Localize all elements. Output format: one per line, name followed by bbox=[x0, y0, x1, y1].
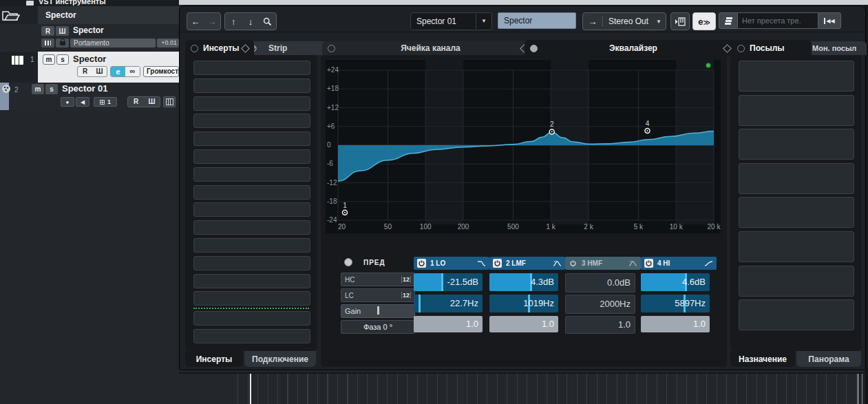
band-q-field[interactable]: 1.0 bbox=[489, 316, 558, 332]
send-slot[interactable] bbox=[739, 266, 854, 297]
tab-inserts-bottom[interactable]: Инсерты bbox=[185, 351, 243, 367]
tab-routing[interactable]: Подключение bbox=[244, 351, 316, 367]
freq-handle[interactable] bbox=[419, 295, 421, 312]
automation-write-button[interactable]: Ш bbox=[56, 26, 69, 36]
equalizer-preset-diamond-icon[interactable] bbox=[723, 44, 732, 53]
track-row-spector01[interactable]: 2 m s Spector 01 ● ◀ 1 R Ш bbox=[0, 83, 179, 110]
band-q-field[interactable]: 1.0 bbox=[414, 316, 483, 332]
send-slot[interactable] bbox=[739, 197, 854, 228]
send-slot[interactable] bbox=[739, 299, 854, 330]
output-routing-dropdown[interactable]: ▼ bbox=[652, 19, 666, 25]
band-gain-field[interactable]: 0.0dB bbox=[565, 273, 635, 293]
track2-write-button[interactable]: Ш bbox=[144, 97, 160, 107]
track2-grid-button[interactable]: 1 bbox=[94, 97, 117, 107]
insert-slot[interactable] bbox=[193, 291, 310, 306]
insert-slot[interactable] bbox=[193, 238, 310, 253]
track1-stereo-icon[interactable]: ∞ bbox=[125, 67, 140, 76]
track1-mute-button[interactable]: m bbox=[43, 54, 55, 65]
insert-slot[interactable] bbox=[193, 202, 310, 217]
lock-icon[interactable] bbox=[56, 39, 69, 47]
band-power-button[interactable] bbox=[644, 259, 653, 268]
insert-slot[interactable] bbox=[193, 149, 310, 164]
folder-track-row[interactable]: Spector bbox=[0, 6, 179, 24]
band-freq-field[interactable]: 1019Hz bbox=[489, 295, 558, 312]
send-slot[interactable] bbox=[739, 163, 854, 194]
tab-channel-strip[interactable]: Ячейка канала bbox=[322, 41, 533, 55]
automation-value-field[interactable]: +0.01 bbox=[157, 39, 179, 47]
pre-led-button[interactable] bbox=[344, 258, 352, 266]
playhead-cursor[interactable] bbox=[250, 374, 251, 404]
track-row-spector[interactable]: 1 m s Spector R Ш e ∞ Громкост bbox=[0, 52, 179, 83]
lc-filter-field[interactable]: LC 12 bbox=[341, 288, 415, 302]
preset-layers-button[interactable] bbox=[719, 12, 738, 29]
output-routing-combo[interactable]: → Stereo Out ▼ bbox=[582, 12, 666, 30]
insert-slot[interactable] bbox=[193, 114, 310, 128]
insert-slot[interactable] bbox=[193, 329, 310, 343]
automation-read-button[interactable]: R bbox=[41, 26, 54, 36]
channel-name-input[interactable] bbox=[498, 12, 576, 29]
inserts-preset-diamond-icon[interactable] bbox=[241, 44, 250, 53]
band-power-button[interactable] bbox=[417, 259, 426, 268]
band-type-icon[interactable] bbox=[477, 259, 486, 267]
lc-slope-icon[interactable]: 12 bbox=[401, 292, 411, 299]
tab-direct-routing[interactable]: Назначение bbox=[730, 351, 795, 367]
insert-slot[interactable] bbox=[193, 96, 310, 111]
pre-gain-handle[interactable] bbox=[377, 306, 379, 315]
tab-equalizer[interactable]: Эквалайзер bbox=[525, 40, 736, 56]
track1-edit-channel-button[interactable]: e bbox=[111, 67, 125, 76]
band-type-icon[interactable] bbox=[628, 259, 637, 267]
track2-channel-icon-button[interactable] bbox=[163, 96, 176, 107]
band-q-field[interactable]: 1.0 bbox=[641, 316, 710, 332]
insert-slot[interactable] bbox=[193, 274, 310, 288]
locator-line-2[interactable] bbox=[862, 374, 862, 404]
band-power-button[interactable] bbox=[569, 259, 578, 268]
tab-inserts[interactable]: Инсерты bbox=[185, 40, 254, 56]
band-power-button[interactable] bbox=[493, 259, 502, 268]
insert-slot[interactable] bbox=[193, 311, 310, 326]
tab-sends[interactable]: Посылы bbox=[732, 40, 812, 56]
insert-slot[interactable] bbox=[193, 185, 310, 200]
band-gain-field[interactable]: 4.3dB bbox=[489, 273, 558, 291]
locator-line[interactable] bbox=[858, 374, 858, 404]
send-slot[interactable] bbox=[739, 129, 854, 160]
insert-slot[interactable] bbox=[193, 167, 310, 182]
gain-handle[interactable] bbox=[441, 273, 443, 291]
insert-slot[interactable] bbox=[193, 256, 310, 270]
vst-instruments-header[interactable]: VST инструменты bbox=[0, 0, 179, 6]
track2-read-button[interactable]: R bbox=[128, 97, 144, 107]
edit-output-chain-button[interactable]: e≫ bbox=[692, 12, 716, 30]
insert-slot[interactable] bbox=[193, 220, 310, 235]
channel-selector-dropdown[interactable]: ▼ bbox=[476, 14, 491, 29]
show-instrument-button[interactable] bbox=[670, 12, 690, 30]
band-type-icon[interactable] bbox=[704, 259, 713, 267]
band-freq-field[interactable]: 22.7Hz bbox=[414, 295, 483, 312]
band-q-field[interactable]: 1.0 bbox=[565, 316, 635, 334]
phase-button[interactable]: Фаза 0 ° bbox=[341, 320, 415, 334]
track2-record-button[interactable]: ● bbox=[61, 97, 74, 107]
band-gain-field[interactable]: -21.5dB bbox=[414, 273, 483, 291]
track1-volume-field[interactable]: Громкост bbox=[143, 66, 179, 77]
search-channel-button[interactable] bbox=[259, 17, 276, 26]
hc-filter-field[interactable]: HC 12 bbox=[341, 273, 415, 286]
hc-slope-icon[interactable]: 12 bbox=[401, 276, 411, 283]
track2-mute-button[interactable]: m bbox=[32, 84, 44, 94]
tab-panner[interactable]: Панорама bbox=[796, 351, 861, 367]
insert-slot[interactable] bbox=[193, 78, 310, 93]
insert-slot[interactable] bbox=[193, 131, 310, 146]
track1-solo-button[interactable]: s bbox=[56, 54, 69, 65]
band-freq-field[interactable]: 2000Hz bbox=[565, 295, 635, 314]
band-freq-field[interactable]: 5897Hz bbox=[641, 295, 710, 312]
send-slot[interactable] bbox=[739, 61, 854, 92]
band-gain-field[interactable]: 4.6dB bbox=[641, 273, 710, 291]
band-type-icon[interactable] bbox=[553, 259, 562, 267]
send-slot[interactable] bbox=[739, 231, 854, 262]
track1-read-button[interactable]: R bbox=[78, 67, 92, 76]
track2-monitor-button[interactable]: ◀ bbox=[76, 97, 89, 107]
eq-active-led[interactable] bbox=[706, 63, 711, 68]
next-channel-button[interactable]: ↓ bbox=[242, 17, 260, 27]
tab-cue-sends[interactable]: Мон. посыл bbox=[802, 41, 867, 55]
back-button[interactable]: ← bbox=[187, 17, 204, 27]
forward-button[interactable]: → bbox=[204, 17, 220, 27]
track-preset-field[interactable]: Нет пресета тре. bbox=[738, 12, 818, 29]
insert-slot[interactable] bbox=[193, 61, 310, 75]
